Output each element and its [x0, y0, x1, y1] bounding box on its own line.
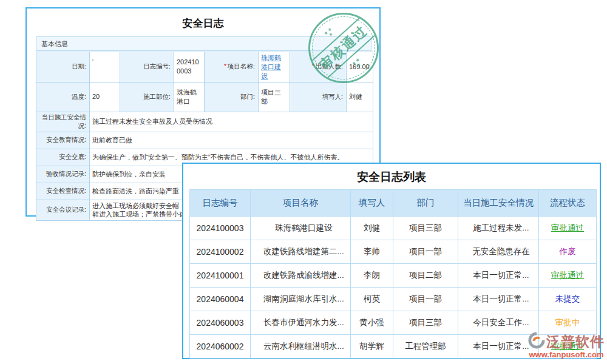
project-name-cell: 珠海鹤港口建设: [259, 52, 290, 83]
required-asterisk: *: [312, 62, 314, 70]
writer-link[interactable]: 黄小强: [351, 311, 393, 335]
col-header-situation: 当日施工安全情况: [458, 190, 539, 217]
department-value: 项目三部: [259, 82, 290, 112]
col-header-project: 项目名称: [251, 190, 351, 217]
department-cell: 项目一部: [393, 240, 458, 264]
safety-briefing-label: 安全交底:: [36, 149, 90, 166]
project-name-link[interactable]: 云南水利枢纽潜明水...: [251, 335, 351, 359]
col-header-department: 部门: [393, 190, 458, 217]
status-badge[interactable]: 作废: [539, 240, 597, 264]
log-id-link[interactable]: 2024100003: [190, 217, 251, 240]
situation-cell: 无安全隐患存在: [458, 240, 539, 264]
department-cell: 项目一部: [393, 288, 458, 311]
table-row: 2024100001 改建铁路成渝线增建... 李朗 项目二部 本日一切正常..…: [190, 264, 597, 288]
project-name-link[interactable]: 长春市伊通河水力发...: [251, 311, 351, 335]
writer-value: 刘健: [347, 82, 373, 112]
log-number-value: 2024100003: [174, 52, 205, 83]
date-field[interactable]: ': [90, 52, 120, 83]
project-name-link[interactable]: 珠海鹤港口建设: [261, 54, 281, 79]
situation-cell: 今日安全工作...: [458, 311, 539, 335]
date-label: 日期:: [36, 52, 90, 83]
department-cell: 工程管理部: [393, 335, 458, 359]
department-cell: 项目三部: [393, 311, 458, 335]
section-header-basic-info: 基本信息: [36, 36, 371, 51]
situation-cell: 本日一切正常...: [458, 335, 539, 359]
col-header-log-id: 日志编号: [190, 190, 251, 217]
form-row-safety-situation: 当日施工安全情况: 施工过程未发生安全事故及人员受伤情况: [36, 112, 373, 132]
table-row: 2024060004 湖南洞庭湖水库引水... 柯英 项目一部 本日一切正常..…: [190, 288, 597, 311]
situation-cell: 本日一切正常...: [458, 288, 539, 311]
construction-part-label: 施工部位:: [120, 82, 174, 112]
col-header-writer: 填写人: [351, 190, 393, 217]
attendance-label: *出勤人数:: [290, 52, 347, 83]
project-name-link[interactable]: 湖南洞庭湖水库引水...: [251, 288, 351, 311]
fanpu-logo-icon: [528, 332, 545, 351]
status-badge[interactable]: 审批通过: [539, 264, 597, 288]
attendance-value: 169.00: [347, 52, 373, 83]
table-row: 2024060003 长春市伊通河水力发... 黄小强 项目三部 今日安全工作.…: [190, 311, 597, 335]
project-name-link[interactable]: 珠海鹤港口建设: [251, 217, 351, 240]
department-cell: 项目二部: [393, 264, 458, 288]
safety-inspection-label: 安全检查情况:: [36, 183, 90, 200]
acceptance-record-label: 验收情况记录:: [36, 166, 90, 183]
log-id-link[interactable]: 2024100001: [190, 264, 251, 288]
situation-cell: 本日一切正常...: [458, 264, 539, 288]
log-id-link[interactable]: 2024060003: [190, 311, 251, 335]
log-id-link[interactable]: 2024060004: [190, 288, 251, 311]
writer-link[interactable]: 刘健: [351, 217, 393, 240]
project-name-label: *项目名称:: [205, 52, 259, 83]
safety-meeting-label: 安全会议记录:: [36, 200, 90, 221]
form-row-2: 温度: 20 施工部位: 珠海鹤港口 部门: 项目三部 填写人: 刘健: [36, 82, 373, 112]
safety-log-list-window: 安全日志列表 日志编号 项目名称 填写人 部门 当日施工安全情况 流程状态 20…: [182, 163, 601, 359]
writer-link[interactable]: 李朗: [351, 264, 393, 288]
safety-education-value: 班前教育已做: [90, 132, 373, 149]
status-badge[interactable]: 审批通过: [539, 217, 597, 240]
writer-link[interactable]: 胡学辉: [351, 335, 393, 359]
construction-part-value: 珠海鹤港口: [174, 82, 205, 112]
table-row: 2024100002 改建铁路线增建第二... 李帅 项目一部 无安全隐患存在 …: [190, 240, 597, 264]
department-cell: 项目三部: [393, 217, 458, 240]
safety-education-label: 安全教育情况:: [36, 132, 90, 149]
required-asterisk: *: [224, 62, 226, 70]
status-badge[interactable]: 审批中: [539, 311, 597, 335]
department-label: 部门:: [205, 82, 259, 112]
col-header-status: 流程状态: [539, 190, 597, 217]
situation-cell: 施工过程未发...: [458, 217, 539, 240]
writer-link[interactable]: 柯英: [351, 288, 393, 311]
table-row: 2024100003 珠海鹤港口建设 刘健 项目三部 施工过程未发... 审批通…: [190, 217, 597, 240]
list-header-row: 日志编号 项目名称 填写人 部门 当日施工安全情况 流程状态: [190, 190, 597, 217]
safety-situation-value: 施工过程未发生安全事故及人员受伤情况: [90, 112, 373, 132]
form-row-safety-education: 安全教育情况: 班前教育已做: [36, 132, 373, 149]
form-title: 安全日志: [27, 16, 379, 30]
log-id-link[interactable]: 2024060002: [190, 335, 251, 359]
fanpu-watermark: 泛普软件 www.fanpusoft.com: [528, 332, 605, 359]
temperature-label: 温度:: [36, 82, 90, 112]
writer-label: 填写人:: [290, 82, 347, 112]
list-title: 安全日志列表: [183, 169, 600, 185]
project-name-link[interactable]: 改建铁路成渝线增建...: [251, 264, 351, 288]
log-id-link[interactable]: 2024100002: [190, 240, 251, 264]
form-row-1: 日期: ' 日志编号: 2024100003 *项目名称: 珠海鹤港口建设 *出…: [36, 52, 373, 83]
watermark-url: www.fanpusoft.com: [528, 350, 605, 359]
writer-link[interactable]: 李帅: [351, 240, 393, 264]
log-number-label: 日志编号:: [120, 52, 174, 83]
status-badge[interactable]: 未提交: [539, 288, 597, 311]
project-name-link[interactable]: 改建铁路线增建第二...: [251, 240, 351, 264]
safety-situation-label: 当日施工安全情况:: [36, 112, 90, 132]
temperature-value: 20: [90, 82, 120, 112]
watermark-brand: 泛普软件: [546, 332, 605, 351]
